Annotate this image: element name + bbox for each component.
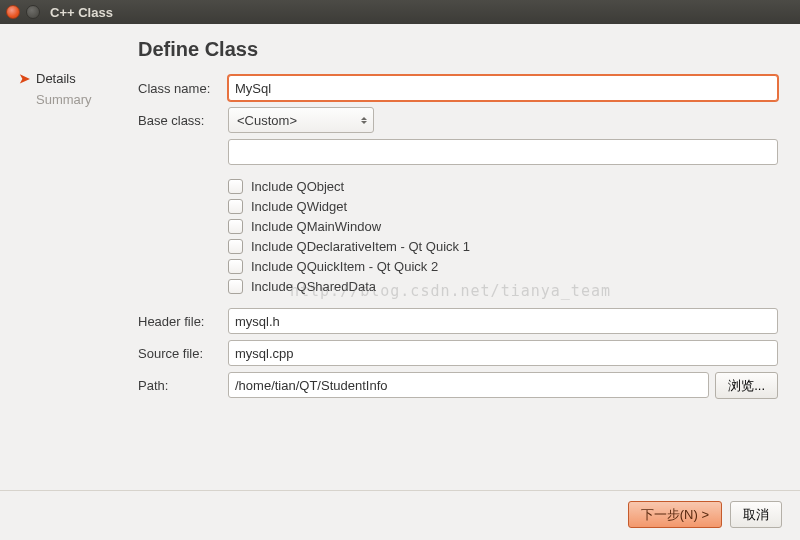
include-options: Include QObject Include QWidget Include … bbox=[228, 179, 778, 294]
class-name-label: Class name: bbox=[138, 81, 224, 96]
checkbox-icon bbox=[228, 279, 243, 294]
title-bar: C++ Class bbox=[0, 0, 800, 24]
wizard-button-row: 下一步(N) > 取消 bbox=[0, 490, 800, 540]
checkbox-label: Include QSharedData bbox=[251, 279, 376, 294]
close-icon[interactable] bbox=[6, 5, 20, 19]
header-file-input[interactable] bbox=[228, 308, 778, 334]
sidebar-item-label: Details bbox=[36, 71, 76, 86]
path-input[interactable] bbox=[228, 372, 709, 398]
checkbox-icon bbox=[228, 199, 243, 214]
checkbox-icon bbox=[228, 219, 243, 234]
include-qwidget-checkbox[interactable]: Include QWidget bbox=[228, 199, 778, 214]
source-file-input[interactable] bbox=[228, 340, 778, 366]
checkbox-label: Include QWidget bbox=[251, 199, 347, 214]
sidebar-item-label: Summary bbox=[36, 92, 92, 107]
wizard-sidebar: ➤ Details ➤ Summary bbox=[18, 38, 138, 490]
include-qdeclarativeitem-checkbox[interactable]: Include QDeclarativeItem - Qt Quick 1 bbox=[228, 239, 778, 254]
checkbox-label: Include QDeclarativeItem - Qt Quick 1 bbox=[251, 239, 470, 254]
header-file-label: Header file: bbox=[138, 314, 224, 329]
checkbox-label: Include QMainWindow bbox=[251, 219, 381, 234]
browse-button[interactable]: 浏览... bbox=[715, 372, 778, 399]
cancel-button[interactable]: 取消 bbox=[730, 501, 782, 528]
page-title: Define Class bbox=[138, 38, 778, 61]
checkbox-icon bbox=[228, 179, 243, 194]
base-class-label: Base class: bbox=[138, 113, 224, 128]
checkbox-icon bbox=[228, 239, 243, 254]
include-qshareddata-checkbox[interactable]: Include QSharedData bbox=[228, 279, 778, 294]
next-button[interactable]: 下一步(N) > bbox=[628, 501, 722, 528]
updown-icon bbox=[361, 117, 367, 124]
include-qobject-checkbox[interactable]: Include QObject bbox=[228, 179, 778, 194]
base-class-value: <Custom> bbox=[237, 113, 297, 128]
sidebar-item-details[interactable]: ➤ Details bbox=[18, 68, 138, 89]
base-class-combobox[interactable]: <Custom> bbox=[228, 107, 374, 133]
base-class-custom-input[interactable] bbox=[228, 139, 778, 165]
sidebar-item-summary[interactable]: ➤ Summary bbox=[18, 89, 138, 110]
include-qmainwindow-checkbox[interactable]: Include QMainWindow bbox=[228, 219, 778, 234]
source-file-label: Source file: bbox=[138, 346, 224, 361]
class-name-input[interactable] bbox=[228, 75, 778, 101]
include-qquickitem-checkbox[interactable]: Include QQuickItem - Qt Quick 2 bbox=[228, 259, 778, 274]
minimize-icon[interactable] bbox=[26, 5, 40, 19]
checkbox-label: Include QObject bbox=[251, 179, 344, 194]
chevron-right-icon: ➤ bbox=[18, 71, 30, 86]
window-title: C++ Class bbox=[50, 5, 113, 20]
path-label: Path: bbox=[138, 378, 224, 393]
checkbox-label: Include QQuickItem - Qt Quick 2 bbox=[251, 259, 438, 274]
checkbox-icon bbox=[228, 259, 243, 274]
